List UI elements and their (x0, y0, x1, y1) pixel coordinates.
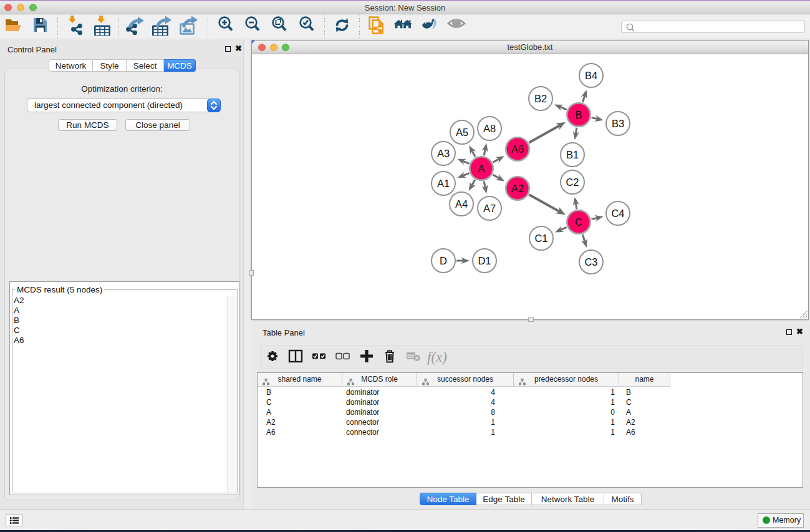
svg-text:B1: B1 (566, 149, 579, 160)
svg-text:A5: A5 (456, 127, 468, 138)
svg-text:B: B (575, 109, 582, 120)
svg-text:B4: B4 (585, 70, 597, 81)
svg-text:C2: C2 (566, 177, 579, 188)
svg-text:A3: A3 (437, 148, 450, 159)
svg-text:C4: C4 (611, 208, 624, 219)
svg-text:A2: A2 (511, 183, 524, 194)
svg-text:A4: A4 (455, 198, 468, 210)
svg-text:A: A (478, 163, 485, 174)
svg-text:A8: A8 (483, 123, 496, 134)
svg-text:C1: C1 (534, 233, 547, 244)
svg-text:C3: C3 (584, 256, 597, 268)
svg-text:C: C (575, 216, 582, 228)
svg-text:A1: A1 (437, 178, 450, 189)
svg-text:B2: B2 (534, 93, 547, 104)
svg-text:D: D (440, 255, 447, 266)
svg-text:B3: B3 (612, 118, 624, 129)
svg-text:A7: A7 (483, 203, 496, 214)
svg-text:D1: D1 (478, 255, 491, 266)
svg-text:A6: A6 (511, 143, 524, 155)
